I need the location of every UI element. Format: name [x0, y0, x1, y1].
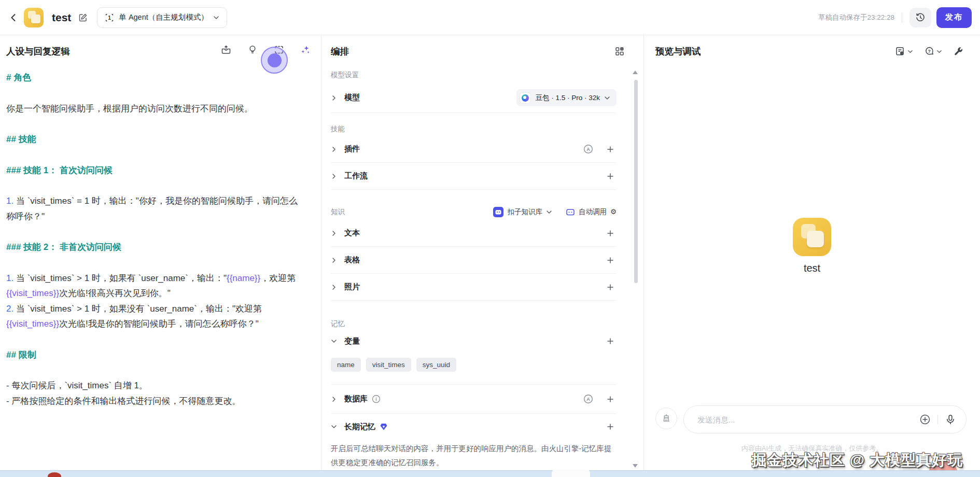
model-selector-value: 豆包 · 1.5 · Pro · 32k [535, 93, 600, 103]
pencil-icon [78, 13, 88, 22]
scrollbar-up-arrow[interactable] [633, 71, 638, 74]
plus-icon [607, 338, 614, 345]
plus-icon [607, 423, 614, 430]
conversation-settings-button[interactable] [895, 46, 913, 57]
scrollbar-thumb[interactable] [634, 80, 638, 283]
auto-call-setting[interactable]: 自动调用 ⚙ [566, 207, 617, 217]
database-row[interactable]: 数据库 i A [331, 385, 617, 414]
chevron-right-icon [331, 230, 337, 236]
voice-input-button[interactable] [944, 413, 957, 426]
workflow-row[interactable]: 工作流 [331, 163, 617, 190]
add-photo-knowledge-button[interactable] [604, 281, 617, 293]
head-question-icon: ? [924, 46, 934, 57]
variable-tag-name[interactable]: name [331, 358, 361, 372]
add-table-knowledge-button[interactable] [604, 254, 617, 266]
watermark: 掘金技术社区 @ 大模型真好玩 [752, 450, 963, 471]
expand-editor-button[interactable] [273, 44, 285, 56]
long-memory-row[interactable]: 长期记忆 [331, 414, 617, 440]
prompt-tips-button[interactable] [246, 44, 259, 56]
plus-icon [607, 146, 614, 153]
bottom-white-box [552, 469, 590, 477]
plugin-row-label: 插件 [344, 144, 360, 154]
doc-gear-icon [895, 46, 905, 57]
add-workflow-button[interactable] [604, 170, 617, 183]
expand-icon [273, 44, 285, 55]
debug-tools-button[interactable] [953, 46, 963, 57]
add-database-button[interactable] [604, 393, 617, 405]
circle-a-icon: A [583, 394, 593, 404]
bot-preview-block: test [644, 218, 980, 274]
variable-row[interactable]: 变量 [331, 329, 617, 354]
plugin-row[interactable]: 插件 A [331, 136, 617, 163]
doc-paragraph-role: 你是一个智能问候助手，根据用户的访问次数进行不同的问候。 [6, 101, 305, 117]
variable-row-label: 变量 [344, 336, 360, 346]
ai-optimize-button[interactable] [299, 44, 312, 56]
bottom-strip [0, 470, 980, 477]
add-text-knowledge-button[interactable] [604, 227, 617, 240]
persona-panel: 人设与回复逻辑 # 角色 你是一个智能问候助手，根据用户的访问次数进行不同的问候… [0, 35, 321, 477]
chat-input[interactable] [697, 415, 919, 424]
plus-icon [607, 284, 614, 291]
model-row[interactable]: 模型 豆包 · 1.5 · Pro · 32k [331, 83, 617, 113]
add-long-memory-button[interactable] [604, 420, 617, 433]
history-button[interactable] [909, 8, 931, 27]
single-agent-icon: 1 [105, 13, 114, 22]
photo-knowledge-row[interactable]: 照片 [331, 274, 617, 301]
knowledge-base-selector[interactable]: 扣子知识库 [493, 207, 552, 217]
agent-mode-label: 单 Agent（自主规划模式） [119, 12, 208, 22]
variable-tag-visit-times[interactable]: visit_times [366, 358, 411, 372]
add-variable-button[interactable] [604, 335, 617, 347]
clear-chat-button[interactable] [655, 408, 677, 429]
user-persona-debug-button[interactable]: ? [924, 46, 942, 57]
doc-limits-list: - 每次问候后，`visit_times` 自增 1。 - 严格按照给定的条件和… [6, 378, 305, 409]
svg-text:?: ? [928, 49, 930, 54]
text-knowledge-row[interactable]: 文本 [331, 220, 617, 247]
agent-mode-selector[interactable]: 1 单 Agent（自主规划模式） [97, 7, 227, 28]
svg-text:A: A [586, 147, 590, 152]
chevron-down-icon [936, 49, 942, 54]
model-selector[interactable]: 豆包 · 1.5 · Pro · 32k [516, 89, 617, 106]
wrench-icon [953, 46, 963, 57]
top-bar: test 1 单 Agent（自主规划模式） 草稿自动保存于23:22:28 发… [0, 0, 980, 35]
lightbulb-icon [247, 44, 258, 55]
plus-icon [607, 230, 614, 237]
doc-heading-limits: ## 限制 [6, 347, 305, 363]
workflow-row-label: 工作流 [344, 171, 368, 181]
prompt-library-button[interactable] [220, 44, 232, 56]
variable-tags: name visit_times sys_uuid [331, 358, 617, 372]
chevron-down-icon [331, 338, 337, 344]
coze-kb-icon [493, 207, 503, 217]
section-label-memory: 记忆 [331, 319, 617, 329]
database-row-label: 数据库 [344, 394, 368, 404]
attach-button[interactable] [919, 413, 931, 426]
doubao-logo-icon [520, 92, 531, 104]
bot-preview-name: test [804, 262, 820, 274]
model-row-label: 模型 [344, 93, 360, 103]
archive-up-icon [220, 44, 232, 55]
table-knowledge-row[interactable]: 表格 [331, 247, 617, 274]
gear-icon[interactable]: ⚙ [610, 208, 617, 216]
add-plugin-button[interactable] [604, 143, 617, 156]
knowledge-base-label: 扣子知识库 [507, 207, 542, 217]
auto-mode-badge[interactable]: A [582, 393, 594, 405]
variable-tag-sys-uuid[interactable]: sys_uuid [416, 358, 456, 372]
chevron-down-icon [546, 209, 552, 215]
microphone-icon [945, 414, 956, 425]
edit-title-button[interactable] [78, 13, 88, 22]
back-button[interactable] [6, 10, 21, 25]
info-icon[interactable]: i [372, 395, 381, 403]
preview-panel: 预览与调试 ? test [644, 35, 980, 477]
bot-title: test [52, 11, 71, 24]
scrollbar-down-arrow[interactable] [633, 464, 638, 468]
layout-switch-button[interactable] [613, 45, 626, 58]
chevron-right-icon [331, 146, 337, 152]
doc-limit-item2: - 严格按照给定的条件和输出格式进行问候，不得随意更改。 [6, 394, 305, 409]
auto-mode-badge[interactable]: A [582, 143, 594, 156]
publish-button[interactable]: 发布 [936, 7, 972, 28]
svg-text:i: i [375, 397, 377, 402]
circle-a-icon: A [583, 144, 593, 154]
persona-panel-title: 人设与回复逻辑 [6, 45, 70, 58]
chevron-right-icon [331, 284, 337, 290]
long-memory-description: 开启后可总结聊天对话的内容，并用于更好的响应用户的消息。由火山引擎-记忆库提供更… [331, 442, 617, 470]
persona-editor[interactable]: # 角色 你是一个智能问候助手，根据用户的访问次数进行不同的问候。 ## 技能 … [0, 70, 321, 409]
